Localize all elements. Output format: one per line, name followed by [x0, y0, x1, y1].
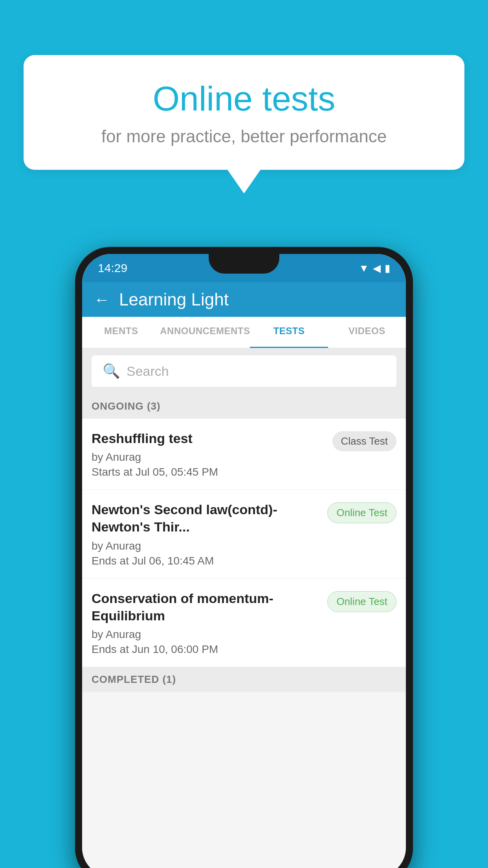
test-badge-conservation: Online Test — [327, 591, 396, 612]
tab-announcements[interactable]: ANNOUNCEMENTS — [160, 317, 250, 348]
test-by-conservation: by Anurag — [92, 628, 319, 641]
test-name-reshuffling: Reshuffling test — [92, 430, 325, 447]
test-info-newtons: Newton's Second law(contd)-Newton's Thir… — [92, 501, 319, 567]
phone-notch — [209, 254, 279, 274]
test-date-newtons: Ends at Jul 06, 10:45 AM — [92, 555, 319, 567]
tab-videos[interactable]: VIDEOS — [328, 317, 406, 348]
search-bar[interactable]: 🔍 Search — [92, 355, 396, 387]
search-placeholder: Search — [127, 364, 169, 379]
app-title: Learning Light — [119, 290, 229, 309]
tabs-bar: MENTS ANNOUNCEMENTS TESTS VIDEOS — [82, 317, 406, 348]
test-info-conservation: Conservation of momentum-Equilibrium by … — [92, 590, 319, 656]
tab-tests[interactable]: TESTS — [250, 317, 328, 348]
battery-icon: ▮ — [385, 262, 390, 274]
status-icons: ▼ ◀ ▮ — [359, 262, 390, 274]
search-container: 🔍 Search — [82, 348, 406, 394]
test-item-reshuffling[interactable]: Reshuffling test by Anurag Starts at Jul… — [82, 419, 406, 490]
test-by-newtons: by Anurag — [92, 540, 319, 552]
speech-bubble-arrow — [227, 170, 261, 193]
phone-container: 14:29 ▼ ◀ ▮ ← Learning Light MENTS ANNOU… — [75, 247, 413, 868]
status-time: 14:29 — [98, 261, 127, 275]
speech-bubble-title: Online tests — [55, 79, 433, 119]
status-bar: 14:29 ▼ ◀ ▮ — [82, 254, 406, 282]
speech-bubble-subtitle: for more practice, better performance — [55, 127, 433, 146]
search-icon: 🔍 — [103, 363, 120, 379]
test-info-reshuffling: Reshuffling test by Anurag Starts at Jul… — [92, 430, 325, 478]
phone-frame: 14:29 ▼ ◀ ▮ ← Learning Light MENTS ANNOU… — [75, 247, 413, 868]
back-button[interactable]: ← — [94, 291, 110, 309]
speech-bubble: Online tests for more practice, better p… — [24, 55, 464, 170]
test-item-newtons[interactable]: Newton's Second law(contd)-Newton's Thir… — [82, 490, 406, 578]
test-badge-reshuffling: Class Test — [332, 431, 396, 451]
test-item-conservation[interactable]: Conservation of momentum-Equilibrium by … — [82, 579, 406, 667]
screen-content: 🔍 Search ONGOING (3) Reshuffling test by… — [82, 348, 406, 868]
test-date-conservation: Ends at Jun 10, 06:00 PM — [92, 643, 319, 656]
test-date-reshuffling: Starts at Jul 05, 05:45 PM — [92, 466, 325, 478]
test-badge-newtons: Online Test — [327, 502, 396, 523]
speech-bubble-section: Online tests for more practice, better p… — [24, 55, 464, 193]
tab-ments[interactable]: MENTS — [82, 317, 160, 348]
test-name-conservation: Conservation of momentum-Equilibrium — [92, 590, 319, 624]
phone-screen: 14:29 ▼ ◀ ▮ ← Learning Light MENTS ANNOU… — [82, 254, 406, 868]
wifi-icon: ▼ — [359, 262, 369, 274]
ongoing-section-header: ONGOING (3) — [82, 394, 406, 419]
signal-icon: ◀ — [373, 262, 381, 274]
completed-section-header: COMPLETED (1) — [82, 667, 406, 692]
test-by-reshuffling: by Anurag — [92, 451, 325, 463]
test-name-newtons: Newton's Second law(contd)-Newton's Thir… — [92, 501, 319, 535]
app-header: ← Learning Light — [82, 282, 406, 317]
